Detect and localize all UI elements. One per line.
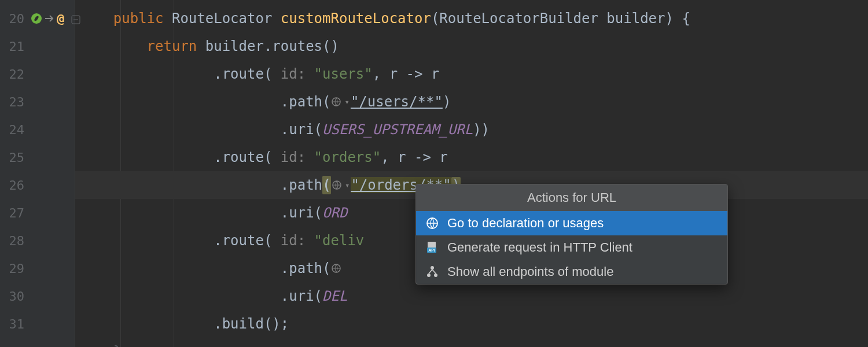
text: , r -> r: [373, 66, 440, 82]
line-number: 31: [7, 317, 24, 331]
code-line[interactable]: .uri( USERS_UPSTREAM_URL )): [75, 116, 868, 143]
string-literal: "deliv: [314, 232, 365, 249]
gutter-line[interactable]: 23: [0, 88, 75, 116]
svg-point-11: [434, 274, 437, 277]
gutter-line[interactable]: 20 @: [0, 5, 75, 32]
matched-paren-open: (: [322, 176, 330, 194]
code-editor: 20 @ 21 22 23 24 25 26 27 28 29 30 31: [0, 0, 868, 347]
param-name: builder: [606, 10, 665, 27]
code-line[interactable]: }: [75, 338, 868, 347]
annotation-icon: @: [57, 12, 64, 26]
line-number: 21: [7, 39, 24, 54]
string-literal: "orders": [314, 149, 381, 165]
gutter-line[interactable]: 21: [0, 32, 75, 60]
url-globe-icon[interactable]: [332, 97, 342, 107]
constant: USERS_UPSTREAM_URL: [322, 121, 473, 138]
line-number: 20: [7, 12, 24, 26]
text: .route(: [214, 149, 272, 165]
popup-item-show-endpoints[interactable]: Show all endpoints of module: [416, 260, 727, 284]
spring-bean-icon[interactable]: [30, 12, 43, 25]
code-line[interactable]: .path( ▾ "/users/**" ): [75, 88, 868, 116]
type-name: RouteLocator: [172, 10, 272, 27]
editor-gutter: 20 @ 21 22 23 24 25 26 27 28 29 30 31: [0, 0, 75, 347]
url-globe-icon[interactable]: [332, 180, 343, 190]
code-line[interactable]: .route( id: "orders" , r -> r: [75, 143, 868, 171]
popup-item-label: Show all endpoints of module: [447, 264, 613, 279]
chevron-down-icon[interactable]: ▾: [345, 180, 350, 190]
gutter-line[interactable]: [0, 338, 75, 347]
gutter-line[interactable]: 26: [0, 171, 75, 199]
code-line[interactable]: .uri( DEL: [75, 282, 868, 310]
line-number: 29: [7, 261, 24, 276]
svg-point-10: [427, 274, 431, 277]
text: )): [473, 121, 490, 138]
url-path-literal[interactable]: "/users/**": [351, 94, 443, 110]
editor-code-area[interactable]: public RouteLocator customRouteLocator (…: [75, 0, 868, 347]
gutter-line[interactable]: 28: [0, 227, 75, 254]
line-number: 27: [7, 206, 24, 220]
text: .route(: [214, 232, 272, 249]
inlay-hint: id:: [272, 66, 314, 82]
popup-item-goto-declaration[interactable]: Go to declaration or usages: [416, 211, 727, 235]
line-number: 25: [7, 150, 24, 165]
text: .path(: [281, 260, 331, 276]
line-number: 24: [7, 123, 24, 137]
gutter-line[interactable]: 22: [0, 60, 75, 88]
constant: ORD: [322, 205, 347, 221]
inlay-hint: id:: [272, 232, 314, 249]
text: }: [113, 344, 122, 347]
text: .route(: [214, 66, 272, 82]
text: {: [674, 10, 690, 27]
text: .path(: [281, 94, 331, 110]
text: .build();: [214, 316, 289, 332]
svg-text:API: API: [428, 248, 435, 252]
type-name: RouteLocatorBuilder: [439, 10, 598, 27]
text: .uri(: [281, 288, 322, 304]
navigate-icon[interactable]: [44, 12, 57, 25]
gutter-line[interactable]: 31: [0, 310, 75, 338]
constant: DEL: [322, 288, 347, 304]
keyword: return: [147, 38, 197, 54]
text: builder.routes(): [197, 38, 339, 54]
popup-title: Actions for URL: [416, 184, 727, 211]
gutter-line[interactable]: 27: [0, 199, 75, 227]
url-actions-popup: Actions for URL Go to declaration or usa…: [415, 184, 728, 285]
line-number: 30: [7, 289, 24, 304]
code-line[interactable]: .route( id: "users" , r -> r: [75, 60, 868, 88]
method-name: customRouteLocator: [281, 10, 431, 27]
text: .uri(: [281, 205, 322, 221]
text: ): [443, 94, 451, 110]
text: .uri(: [281, 121, 322, 138]
code-line[interactable]: .build();: [75, 310, 868, 338]
string-literal: "users": [314, 66, 373, 82]
url-globe-icon[interactable]: [332, 263, 342, 274]
popup-item-label: Generate request in HTTP Client: [447, 240, 632, 255]
popup-item-generate-http[interactable]: API Generate request in HTTP Client: [416, 235, 727, 260]
svg-point-9: [431, 266, 434, 270]
popup-item-label: Go to declaration or usages: [447, 216, 604, 231]
line-number: 22: [7, 67, 24, 82]
endpoints-tree-icon: [425, 265, 439, 279]
gutter-line[interactable]: 25: [0, 143, 75, 171]
line-number: 23: [7, 95, 24, 109]
gutter-line[interactable]: 24: [0, 116, 75, 143]
line-number: 28: [7, 234, 24, 248]
text: , r -> r: [381, 149, 448, 165]
api-file-icon: API: [425, 241, 439, 254]
code-line[interactable]: public RouteLocator customRouteLocator (…: [75, 5, 868, 32]
globe-icon: [425, 216, 439, 230]
keyword: public: [113, 10, 164, 27]
inlay-hint: id:: [272, 149, 314, 165]
chevron-down-icon[interactable]: ▾: [344, 97, 349, 106]
code-line[interactable]: return builder.routes(): [75, 32, 868, 60]
line-number: 26: [7, 178, 24, 193]
gutter-line[interactable]: 29: [0, 254, 75, 282]
gutter-line[interactable]: 30: [0, 282, 75, 310]
